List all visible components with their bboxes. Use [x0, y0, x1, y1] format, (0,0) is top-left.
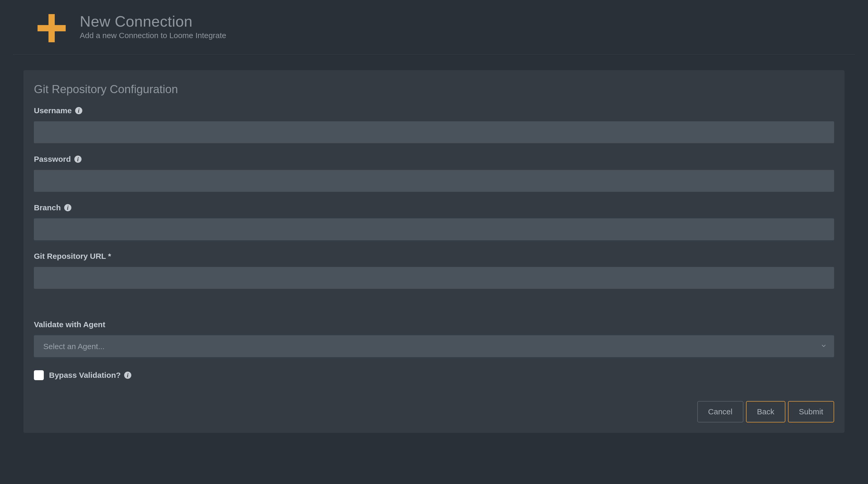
branch-group: Branch i: [34, 203, 834, 240]
submit-button[interactable]: Submit: [788, 401, 834, 422]
page-title: New Connection: [80, 12, 226, 30]
svg-text:i: i: [78, 108, 80, 114]
username-label: Username i: [34, 106, 834, 115]
svg-text:i: i: [67, 204, 69, 211]
form-panel: Git Repository Configuration Username i …: [24, 70, 844, 433]
validate-agent-group: Validate with Agent Select an Agent...: [34, 320, 834, 357]
info-icon[interactable]: i: [64, 204, 72, 211]
repo-url-label: Git Repository URL *: [34, 252, 834, 261]
bypass-validation-checkbox[interactable]: [34, 370, 44, 380]
password-group: Password i: [34, 155, 834, 192]
validate-agent-label: Validate with Agent: [34, 320, 834, 329]
svg-text:i: i: [127, 372, 129, 378]
svg-text:i: i: [77, 156, 79, 163]
username-group: Username i: [34, 106, 834, 143]
page-header: New Connection Add a new Connection to L…: [13, 0, 855, 55]
page-subtitle: Add a new Connection to Loome Integrate: [80, 31, 226, 40]
cancel-button[interactable]: Cancel: [697, 401, 743, 422]
svg-rect-1: [37, 25, 66, 31]
agent-select-wrapper: Select an Agent...: [34, 335, 834, 357]
panel-title: Git Repository Configuration: [34, 83, 834, 96]
back-button[interactable]: Back: [746, 401, 785, 422]
agent-select[interactable]: Select an Agent...: [34, 335, 834, 357]
info-icon[interactable]: i: [75, 107, 83, 115]
repo-url-group: Git Repository URL *: [34, 252, 834, 289]
header-text: New Connection Add a new Connection to L…: [80, 12, 226, 40]
info-icon[interactable]: i: [124, 371, 132, 379]
info-icon[interactable]: i: [74, 155, 82, 163]
branch-input[interactable]: [34, 218, 834, 240]
branch-label: Branch i: [34, 203, 834, 212]
username-input[interactable]: [34, 121, 834, 143]
button-row: Cancel Back Submit: [34, 401, 834, 422]
bypass-validation-row: Bypass Validation? i: [34, 370, 834, 380]
password-label: Password i: [34, 155, 834, 164]
bypass-validation-label: Bypass Validation? i: [49, 371, 132, 380]
repo-url-input[interactable]: [34, 267, 834, 289]
password-input[interactable]: [34, 170, 834, 192]
plus-icon: [36, 12, 67, 44]
